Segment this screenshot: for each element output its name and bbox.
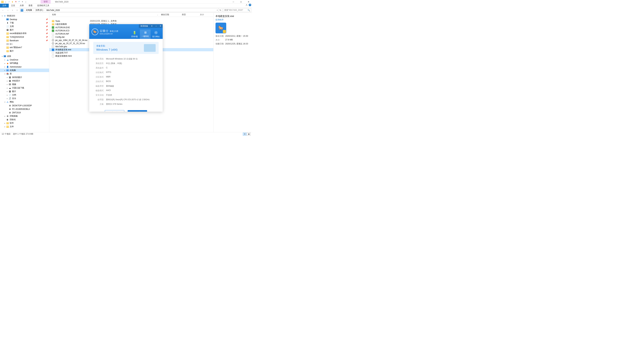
tree-administrator[interactable]: ▸👤Administrator	[0, 65, 49, 68]
tree-videos[interactable]: ▸🎞视频	[0, 83, 49, 86]
tree-downloads[interactable]: ⬇下载📌	[0, 21, 49, 25]
pin-icon: 📌	[46, 32, 48, 34]
yqs-info-value: NTFS	[106, 71, 111, 74]
nav-forward-button[interactable]: →	[6, 8, 10, 12]
iso-icon	[52, 39, 54, 41]
column-name[interactable]: 名称	[49, 13, 88, 16]
yqs-next-button[interactable]: 下一步	[128, 110, 147, 112]
pin-icon: 📌	[46, 36, 48, 38]
tree-win7reinstall[interactable]: win7重装win7	[0, 46, 49, 49]
tree-software[interactable]: ▸软件	[0, 121, 49, 125]
status-selection: 选中 1 个项目 27.6 MB	[13, 133, 33, 135]
chevron-right-icon[interactable]: ›	[44, 9, 46, 11]
tree-pictures[interactable]: 🖼图片📌	[0, 28, 49, 32]
tree-yunqishi2019[interactable]: YUNQISHI2019📌	[0, 35, 49, 39]
computer-icon: 🖥	[8, 104, 12, 107]
navigation-tree[interactable]: ▾★快速访问 Desktop📌 ⬇下载📌 📄文档📌 🖼图片📌 excel表格制作…	[0, 13, 49, 132]
tree-tianyi[interactable]: ▸☁天翼云盘下载	[0, 86, 49, 90]
search-input[interactable]: 搜索"Win7x64_2020" 🔍	[223, 8, 251, 12]
network-icon: 🖧	[6, 101, 9, 103]
search-icon[interactable]: 🔍	[248, 9, 250, 11]
install-icon: 🖥	[144, 31, 147, 34]
tree-excel[interactable]: excel表格制作求和📌	[0, 32, 49, 35]
tree-documents-2[interactable]: ▸📄文档	[0, 93, 49, 97]
tree-onedrive[interactable]: ▸☁OneDrive	[0, 58, 49, 61]
yqs-tab-install[interactable]: 🖥一键装机	[140, 29, 150, 39]
maximize-button[interactable]: ◻	[237, 0, 245, 4]
yqs-info-value: AHCI	[106, 89, 111, 92]
yqs-prev-button[interactable]: 上一步	[105, 110, 124, 112]
yqs-menu-button[interactable]: ≡	[150, 25, 154, 27]
chevron-right-icon[interactable]: ›	[33, 9, 34, 11]
yqs-info-key: 磁盘模式	[93, 89, 104, 92]
column-sort-icon[interactable]: ⌄	[157, 14, 159, 15]
tree-network[interactable]: ▾🖧网络	[0, 100, 49, 104]
yqs-info-key: 分区格式	[93, 71, 104, 74]
nav-recent-dropdown[interactable]: ▾	[10, 8, 14, 12]
pin-icon: 📌	[46, 39, 48, 41]
yqs-info-key: 系统盘符	[93, 66, 104, 69]
yqs-minimize-button[interactable]: ─	[154, 25, 158, 27]
nav-up-button[interactable]: ↑	[15, 8, 19, 12]
tree-zmt2019[interactable]: 🖥ZMT2019	[0, 111, 49, 114]
chevron-right-icon[interactable]: ›	[24, 9, 25, 11]
ribbon-tab-file[interactable]: 文件	[0, 4, 9, 7]
breadcrumb[interactable]: › 此电脑 › 文档 (E:) › Win7x64_2020 ▾	[20, 8, 218, 12]
tree-pictures-3[interactable]: ▸🖼图片	[0, 90, 49, 93]
ribbon-expand-icon[interactable]: ⋀	[246, 4, 247, 6]
tree-pc-2019[interactable]: 🖥PC-20190530OBLA	[0, 107, 49, 111]
tree-saved-pictures[interactable]: ▸🖼保存的图片	[0, 76, 49, 79]
yqs-info-key: 处理器	[93, 98, 104, 101]
tree-quick-access[interactable]: ▾★快速访问	[0, 14, 49, 17]
breadcrumb-dropdown-icon[interactable]: ▾	[217, 9, 218, 11]
column-type[interactable]: 类型	[180, 13, 198, 16]
tree-desktop-lssoedp[interactable]: 🖥DESKTOP-LSSOEDP	[0, 104, 49, 107]
tree-bandicam[interactable]: Bandicam📌	[0, 39, 49, 42]
tree-files[interactable]: ▸文件	[0, 125, 49, 128]
ribbon-tab-view[interactable]: 查看	[26, 4, 35, 7]
folder-icon	[6, 46, 9, 49]
tree-thispc[interactable]: ▸此电脑	[0, 68, 49, 72]
ribbon-tab-home[interactable]: 主页	[9, 4, 18, 7]
yqs-close-button[interactable]: ✕	[158, 25, 163, 27]
yqs-info-key: 启动方式	[93, 80, 104, 83]
qat-newfolder-icon[interactable]: ▮	[11, 0, 14, 3]
view-details-button[interactable]: ☰	[243, 133, 246, 136]
view-icons-button[interactable]: ▦	[247, 133, 250, 136]
file-row[interactable]: Tools2020/12/25, 星期五 1...文件夹	[49, 19, 213, 23]
refresh-button[interactable]: ↻	[218, 8, 222, 12]
ribbon-tab-apptools[interactable]: 应用程序工具	[35, 4, 52, 7]
qat-properties-icon[interactable]: ✓	[8, 0, 10, 3]
tree-pictures-2[interactable]: 图片	[0, 49, 49, 53]
minimize-button[interactable]: ─	[230, 0, 237, 4]
tree-desktop[interactable]: Desktop📌	[0, 17, 49, 21]
tree-recycle-bin[interactable]: 🗑回收站	[0, 118, 49, 121]
nav-back-button[interactable]: ←	[1, 8, 5, 12]
yqs-contact-link[interactable]: 联系客服	[139, 25, 150, 27]
tree-documents[interactable]: 📄文档📌	[0, 25, 49, 28]
prop-value: 27.6 MB	[225, 38, 233, 41]
qat-delete-icon[interactable]: ✕	[14, 0, 17, 3]
ribbon-context-tab[interactable]: 管理	[40, 0, 51, 3]
breadcrumb-thispc[interactable]: 此电脑	[26, 9, 32, 11]
tree-drive-g[interactable]: G:\	[0, 42, 49, 46]
qat-undo-icon[interactable]: ↶	[18, 0, 20, 3]
yqs-tab-usb[interactable]: 🔋启动U盘	[129, 29, 140, 39]
column-date[interactable]: 修改日期	[159, 13, 180, 16]
ribbon-tab-share[interactable]: 共享	[18, 4, 26, 7]
tree-music[interactable]: ▸🎵音乐	[0, 97, 49, 100]
tree-wps[interactable]: ▸◆WPS网盘	[0, 61, 49, 65]
tree-libraries[interactable]: ▾📚库	[0, 72, 49, 76]
column-size[interactable]: 大小	[198, 13, 213, 16]
tree-local-photos[interactable]: ▸🖼本机照片	[0, 79, 49, 83]
breadcrumb-drive[interactable]: 文档 (E:)	[35, 9, 44, 11]
breadcrumb-folder[interactable]: Win7x64_2020	[46, 9, 60, 11]
tree-desktop-section[interactable]: ▾桌面	[0, 54, 49, 58]
close-button[interactable]: ✕	[245, 0, 252, 4]
help-icon[interactable]: ?	[249, 4, 251, 6]
yqs-tab-site[interactable]: ⓔ官方网址	[150, 29, 161, 39]
tree-control-panel[interactable]: ▸⚙控制面板	[0, 114, 49, 118]
qat-dropdown-icon[interactable]: ▾	[21, 0, 24, 3]
app-icon	[52, 48, 54, 51]
pin-icon: 📌	[46, 29, 48, 31]
